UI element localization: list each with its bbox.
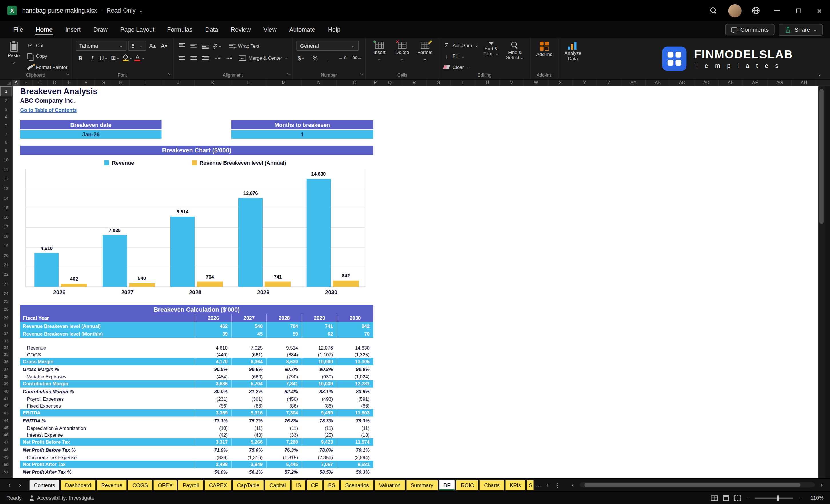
company-name-cell[interactable]: ABC Company Inc. bbox=[20, 98, 75, 104]
page-break-view-icon[interactable] bbox=[734, 495, 741, 501]
font-size-select[interactable]: 8⌄ bbox=[128, 41, 146, 51]
column-header-AF[interactable]: AF bbox=[743, 80, 767, 86]
number-dialog-launcher-icon[interactable]: ↘ bbox=[360, 72, 363, 76]
calc-value[interactable]: 5,316 bbox=[231, 409, 266, 417]
calc-value[interactable]: 540 bbox=[231, 322, 266, 330]
calc-value[interactable]: 462 bbox=[195, 322, 231, 330]
calc-row-44[interactable]: EBITDA %73.1%75.7%76.8%78.3%79.3% bbox=[20, 417, 373, 425]
calc-value[interactable]: (591) bbox=[337, 396, 373, 403]
decrease-font-size-button[interactable]: A▾ bbox=[159, 41, 169, 51]
calc-value[interactable]: 3,686 bbox=[195, 380, 231, 387]
row-header-29[interactable]: 29 bbox=[0, 314, 12, 322]
menu-review[interactable]: Review bbox=[225, 23, 257, 36]
row-header-44[interactable]: 44 bbox=[0, 417, 12, 425]
cut-button[interactable]: ✂Cut bbox=[27, 41, 67, 49]
calc-value[interactable]: 4,170 bbox=[195, 358, 231, 365]
sheet-tab-roic[interactable]: ROIC bbox=[456, 480, 478, 490]
calc-value[interactable]: (1,316) bbox=[231, 454, 266, 461]
sheet-tab-captable[interactable]: CapTable bbox=[233, 480, 264, 490]
column-header-F[interactable]: F bbox=[77, 80, 95, 86]
calc-value[interactable]: (18) bbox=[337, 431, 373, 438]
menu-automate[interactable]: Automate bbox=[283, 23, 321, 36]
calc-row-33[interactable] bbox=[20, 338, 373, 344]
fill-color-button[interactable]: ⌄ bbox=[122, 53, 133, 63]
column-header-Z[interactable]: Z bbox=[597, 80, 621, 86]
calc-value[interactable]: 78.3% bbox=[302, 417, 337, 425]
presence-button[interactable] bbox=[745, 0, 767, 21]
tabs-scroll-right-icon[interactable]: › bbox=[15, 481, 26, 489]
calc-label[interactable]: Depreciation & Amortization bbox=[20, 424, 195, 431]
column-header-M[interactable]: M bbox=[266, 80, 302, 86]
calc-value[interactable] bbox=[195, 338, 231, 344]
calc-label[interactable]: Fixed Expenses bbox=[20, 403, 195, 409]
middle-align-button[interactable] bbox=[189, 41, 199, 51]
vertical-scrollbar[interactable] bbox=[818, 86, 825, 478]
row-header-10[interactable]: 10 bbox=[0, 155, 12, 164]
close-button[interactable]: × bbox=[809, 0, 830, 21]
row-header-7[interactable]: 7 bbox=[0, 130, 12, 138]
calc-value[interactable]: 2027 bbox=[231, 314, 266, 322]
calc-value[interactable]: (1,107) bbox=[302, 351, 337, 358]
calc-value[interactable]: 9,459 bbox=[302, 409, 337, 417]
calc-value[interactable] bbox=[337, 338, 373, 344]
calc-value[interactable] bbox=[231, 338, 266, 344]
calc-value[interactable]: (42) bbox=[195, 431, 231, 438]
calc-value[interactable]: 7,304 bbox=[266, 409, 302, 417]
window-title[interactable]: handbag-purse-making.xlsx - Read-Only ⌄ bbox=[22, 7, 143, 14]
calc-row-35[interactable]: COGS(440)(661)(884)(1,107)(1,325) bbox=[20, 351, 373, 358]
hscroll-right-icon[interactable]: › bbox=[816, 481, 827, 489]
row-header-14[interactable]: 14 bbox=[0, 193, 12, 203]
calc-value[interactable]: (884) bbox=[266, 351, 302, 358]
calc-value[interactable]: 7,025 bbox=[231, 344, 266, 351]
calc-label[interactable]: Net Profit Before Tax bbox=[20, 438, 195, 446]
calc-value[interactable]: (2,356) bbox=[302, 454, 337, 461]
calc-value[interactable]: (40) bbox=[231, 431, 266, 438]
title-chevron-icon[interactable]: ⌄ bbox=[139, 8, 143, 13]
number-format-select[interactable]: General⌄ bbox=[296, 41, 359, 51]
calc-value[interactable]: (2,894) bbox=[337, 454, 373, 461]
clear-button[interactable]: Clear⌄ bbox=[443, 63, 478, 71]
calc-row-46[interactable]: Interest Expense(42)(40)(33)(25)(18) bbox=[20, 431, 373, 438]
calc-row-37[interactable]: Gross Margin %90.5%90.6%90.7%90.8%90.9% bbox=[20, 365, 373, 373]
calc-row-42[interactable]: Fixed Expenses(86)(86)(86)(86)(86) bbox=[20, 403, 373, 409]
row-header-38[interactable]: 38 bbox=[0, 373, 12, 380]
column-header-S[interactable]: S bbox=[427, 80, 451, 86]
row-header-40[interactable]: 40 bbox=[0, 387, 12, 396]
column-header-L[interactable]: L bbox=[231, 80, 266, 86]
row-header-19[interactable]: 19 bbox=[0, 241, 12, 250]
column-header-AA[interactable]: AA bbox=[621, 80, 646, 86]
calc-value[interactable]: 7,067 bbox=[302, 461, 337, 468]
calc-value[interactable]: 842 bbox=[337, 322, 373, 330]
calc-value[interactable]: 11,574 bbox=[337, 438, 373, 446]
page-layout-view-icon[interactable] bbox=[723, 495, 729, 501]
decrease-decimal-button[interactable]: .00→ bbox=[351, 53, 361, 63]
calc-value[interactable]: 12,281 bbox=[337, 380, 373, 387]
row-header-25[interactable]: 25 bbox=[0, 298, 12, 305]
row-header-49[interactable]: 49 bbox=[0, 454, 12, 461]
calc-value[interactable]: 704 bbox=[266, 322, 302, 330]
collapse-ribbon-icon[interactable]: ⌄ bbox=[818, 71, 822, 77]
italic-button[interactable]: I bbox=[87, 53, 97, 63]
row-header-34[interactable]: 34 bbox=[0, 344, 12, 351]
column-header-N[interactable]: N bbox=[302, 80, 337, 86]
increase-decimal-button[interactable]: ←.0 bbox=[338, 53, 348, 63]
hscroll-left-icon[interactable]: ‹ bbox=[568, 481, 578, 489]
calc-value[interactable]: 7,260 bbox=[266, 438, 302, 446]
row-header-43[interactable]: 43 bbox=[0, 409, 12, 417]
calc-value[interactable]: (11) bbox=[231, 424, 266, 431]
align-center-button[interactable] bbox=[189, 53, 199, 63]
calc-label[interactable]: Fiscal Year bbox=[20, 314, 195, 322]
menu-page-layout[interactable]: Page Layout bbox=[115, 23, 160, 36]
menu-formulas[interactable]: Formulas bbox=[161, 23, 198, 36]
calc-value[interactable]: 70 bbox=[337, 330, 373, 338]
calc-row-38[interactable]: Variable Expenses(484)(660)(790)(930)(1,… bbox=[20, 373, 373, 380]
row-header-3[interactable]: 3 bbox=[0, 105, 12, 113]
zoom-in-button[interactable]: + bbox=[798, 495, 801, 501]
sheet-tab-is[interactable]: IS bbox=[292, 480, 305, 490]
column-header-P[interactable]: P bbox=[373, 80, 378, 86]
column-header-J[interactable]: J bbox=[162, 80, 195, 86]
calc-value[interactable]: (1,815) bbox=[266, 454, 302, 461]
calc-value[interactable]: 7,841 bbox=[266, 380, 302, 387]
calc-value[interactable]: 81.2% bbox=[231, 387, 266, 396]
column-header-Q[interactable]: Q bbox=[378, 80, 402, 86]
